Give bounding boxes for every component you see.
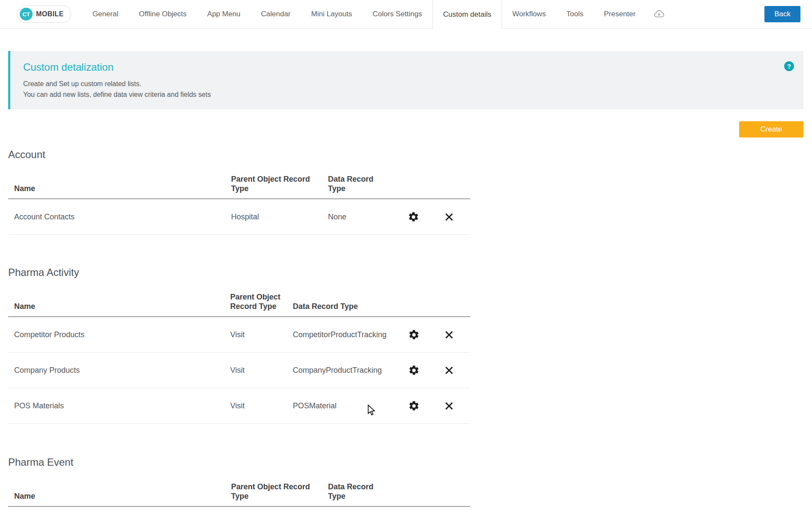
tab-offline-objects[interactable]: Offline Objects bbox=[129, 0, 197, 28]
account-table: Name Parent Object Record Type Data Reco… bbox=[8, 161, 470, 235]
table-row: Competitor Products Visit CompetitorProd… bbox=[8, 317, 470, 353]
column-header-spacer bbox=[399, 193, 427, 198]
tab-colors-settings[interactable]: Colors Settings bbox=[362, 0, 432, 28]
cell-parent-record-type: Visit bbox=[230, 366, 293, 375]
cell-name: Account Contacts bbox=[8, 213, 231, 222]
column-header-parent-object-record-type: Parent Object Record Type bbox=[231, 174, 315, 198]
column-header-name: Name bbox=[8, 184, 231, 198]
cell-data-record-type: CompanyProductTracking bbox=[293, 366, 400, 375]
tab-workflows[interactable]: Workflows bbox=[502, 0, 556, 28]
delete-x-icon[interactable] bbox=[427, 401, 470, 411]
pharma-event-table: Name Parent Object Record Type Data Reco… bbox=[8, 468, 470, 507]
cell-name: POS Materials bbox=[8, 401, 230, 410]
cloud-sync-icon[interactable] bbox=[646, 0, 672, 28]
cell-data-record-type: CompetitorProductTracking bbox=[293, 330, 400, 339]
tab-tools[interactable]: Tools bbox=[556, 0, 594, 28]
column-header-spacer bbox=[427, 311, 470, 316]
cell-name: Competitor Products bbox=[8, 330, 230, 339]
cell-data-record-type: None bbox=[328, 213, 399, 222]
nav-tabs: General Offline Objects App Menu Calenda… bbox=[82, 0, 673, 28]
column-header-parent-object-record-type: Parent Object Record Type bbox=[230, 292, 286, 316]
column-header-name: Name bbox=[8, 302, 230, 316]
tab-general[interactable]: General bbox=[82, 0, 129, 28]
create-button-row: Create bbox=[8, 121, 803, 138]
cell-parent-record-type: Visit bbox=[230, 401, 293, 410]
create-button[interactable]: Create bbox=[739, 121, 803, 138]
gear-icon[interactable] bbox=[400, 400, 427, 412]
column-header-spacer bbox=[427, 501, 470, 506]
banner-description-line2: You can add new lists, define data view … bbox=[23, 89, 778, 100]
table-row: POS Materials Visit POSMaterial bbox=[8, 388, 470, 424]
column-header-spacer bbox=[427, 193, 470, 198]
cell-name: Company Products bbox=[8, 366, 230, 375]
table-row: Company Products Visit CompanyProductTra… bbox=[8, 353, 470, 388]
column-header-data-record-type: Data Record Type bbox=[328, 174, 377, 198]
tab-calendar[interactable]: Calendar bbox=[251, 0, 301, 28]
banner-description-line1: Create and Set up custom related lists. bbox=[23, 78, 778, 89]
table-header-row: Name Parent Object Record Type Data Reco… bbox=[8, 468, 470, 507]
pharma-activity-table: Name Parent Object Record Type Data Reco… bbox=[8, 278, 470, 424]
table-header-row: Name Parent Object Record Type Data Reco… bbox=[8, 278, 470, 317]
column-header-spacer bbox=[399, 501, 427, 506]
section-title-pharma-event: Pharma Event bbox=[8, 456, 803, 468]
tab-mini-layouts[interactable]: Mini Layouts bbox=[301, 0, 362, 28]
ct-mobile-logo: CT MOBILE bbox=[17, 6, 71, 23]
delete-x-icon[interactable] bbox=[427, 212, 470, 222]
table-row: Account Contacts Hospital None bbox=[8, 199, 470, 235]
table-header-row: Name Parent Object Record Type Data Reco… bbox=[8, 161, 470, 199]
cell-parent-record-type: Hospital bbox=[231, 213, 328, 222]
top-nav: CT MOBILE General Offline Objects App Me… bbox=[0, 0, 812, 29]
logo-circle: CT bbox=[20, 8, 33, 21]
banner-title: Custom detalization bbox=[23, 61, 778, 73]
column-header-spacer bbox=[400, 311, 427, 316]
help-icon[interactable]: ? bbox=[784, 61, 794, 71]
column-header-parent-object-record-type: Parent Object Record Type bbox=[231, 482, 315, 506]
cell-parent-record-type: Visit bbox=[230, 330, 293, 339]
column-header-data-record-type: Data Record Type bbox=[328, 482, 377, 506]
section-title-pharma-activity: Pharma Activity bbox=[8, 266, 803, 278]
gear-icon[interactable] bbox=[400, 365, 427, 376]
column-header-name: Name bbox=[8, 491, 231, 506]
logo-brand-text: MOBILE bbox=[36, 10, 64, 18]
gear-icon[interactable] bbox=[399, 211, 427, 223]
main-content: Custom detalization Create and Set up cu… bbox=[0, 51, 812, 507]
tab-presenter[interactable]: Presenter bbox=[594, 0, 646, 28]
section-title-account: Account bbox=[8, 149, 803, 161]
tab-custom-details[interactable]: Custom details bbox=[433, 0, 502, 29]
delete-x-icon[interactable] bbox=[427, 365, 470, 376]
column-header-data-record-type: Data Record Type bbox=[293, 302, 400, 316]
info-banner: Custom detalization Create and Set up cu… bbox=[8, 51, 803, 109]
cell-data-record-type: POSMaterial bbox=[293, 401, 400, 410]
delete-x-icon[interactable] bbox=[427, 329, 470, 340]
back-button[interactable]: Back bbox=[764, 6, 800, 22]
tab-app-menu[interactable]: App Menu bbox=[197, 0, 251, 28]
gear-icon[interactable] bbox=[400, 329, 427, 341]
